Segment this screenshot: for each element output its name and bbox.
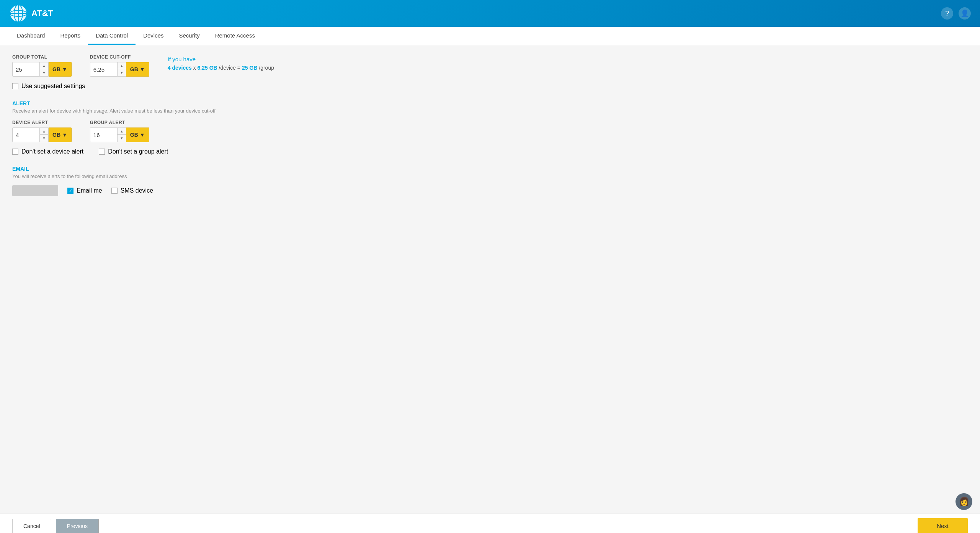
calc-info: If you have 4 devices x 6.25 GB /device … [168,54,274,71]
suggested-settings-row: Use suggested settings [12,83,968,90]
if-you-have-text: If you have [168,56,274,62]
device-cutoff-up[interactable]: ▲ [118,62,126,69]
group-total-input-row: ▲ ▼ GB ▼ [12,62,72,77]
group-alert-input[interactable] [90,128,117,142]
email-display [12,185,58,196]
header-logo: AT&T [9,4,53,23]
group-alert-input-wrap: ▲ ▼ [90,128,126,142]
help-button[interactable]: ? [941,7,953,20]
group-total-unit-chevron: ▼ [62,66,67,72]
app-header: AT&T ? 👤 [0,0,980,27]
device-cutoff-spinners: ▲ ▼ [117,62,126,76]
device-alert-unit-label: GB [52,132,60,138]
device-alert-down[interactable]: ▼ [40,135,48,142]
device-alert-label: DEVICE ALERT [12,120,72,125]
group-total-input[interactable] [13,62,39,76]
main-nav: Dashboard Reports Data Control Devices S… [0,27,980,45]
att-globe-icon [9,4,28,23]
main-content: GROUP TOTAL ▲ ▼ GB ▼ DEVICE CUT-OFF [0,45,980,513]
device-cutoff-label: DEVICE CUT-OFF [90,54,149,60]
device-cutoff-input[interactable] [90,62,117,76]
nav-devices[interactable]: Devices [136,27,171,45]
group-alert-unit-chevron: ▼ [140,132,145,138]
group-alert-up[interactable]: ▲ [118,128,126,135]
device-alert-field: DEVICE ALERT ▲ ▼ GB ▼ [12,120,72,142]
totals-row: GROUP TOTAL ▲ ▼ GB ▼ DEVICE CUT-OFF [12,54,968,77]
calc-label-group: /group [259,65,274,71]
dont-device-alert-wrap[interactable]: Don't set a device alert [12,148,83,155]
email-me-label: Email me [77,187,102,194]
nav-remote-access[interactable]: Remote Access [207,27,263,45]
alert-subtitle: Receive an alert for device with high us… [12,108,968,114]
dont-device-alert-label: Don't set a device alert [21,148,83,155]
alert-title: ALERT [12,100,968,106]
calc-total: 25 GB [242,65,257,71]
email-section: EMAIL You will receive alerts to the fol… [12,166,968,196]
use-suggested-label: Use suggested settings [21,83,85,90]
calc-per-device: 6.25 GB [198,65,217,71]
device-alert-up[interactable]: ▲ [40,128,48,135]
group-total-label: GROUP TOTAL [12,54,72,60]
att-wordmark: AT&T [31,8,53,18]
device-cutoff-down[interactable]: ▼ [118,69,126,76]
device-cutoff-field: DEVICE CUT-OFF ▲ ▼ GB ▼ [90,54,149,77]
device-alert-unit-chevron: ▼ [62,132,67,138]
user-button[interactable]: 👤 [959,7,971,20]
nav-data-control[interactable]: Data Control [88,27,136,45]
user-icon: 👤 [960,9,969,18]
email-me-checkbox[interactable] [67,188,74,194]
group-total-unit-dropdown[interactable]: GB ▼ [49,62,72,77]
nav-security[interactable]: Security [172,27,207,45]
group-alert-down[interactable]: ▼ [118,135,126,142]
group-total-input-wrap: ▲ ▼ [12,62,49,77]
use-suggested-checkbox[interactable] [12,83,18,89]
dont-group-alert-label: Don't set a group alert [108,148,168,155]
calc-devices: 4 devices [168,65,192,71]
device-cutoff-input-wrap: ▲ ▼ [90,62,126,77]
group-alert-field: GROUP ALERT ▲ ▼ GB ▼ [90,120,149,142]
sms-device-label: SMS device [121,187,153,194]
device-alert-input[interactable] [13,128,39,142]
calc-formula: 4 devices x 6.25 GB /device = 25 GB /gro… [168,65,274,71]
sms-device-checkbox[interactable] [111,188,118,194]
calc-label-per: /device = [219,65,242,71]
bottom-bar: Cancel Previous Next [0,513,980,533]
chat-widget[interactable]: 👩 [956,493,972,510]
device-alert-input-row: ▲ ▼ GB ▼ [12,128,72,142]
nav-dashboard[interactable]: Dashboard [9,27,52,45]
device-alert-input-wrap: ▲ ▼ [12,128,49,142]
email-title: EMAIL [12,166,968,172]
use-suggested-checkbox-wrap[interactable]: Use suggested settings [12,83,85,90]
group-total-spinners: ▲ ▼ [39,62,48,76]
email-subtitle: You will receive alerts to the following… [12,173,968,179]
calc-x: x [193,65,198,71]
next-button[interactable]: Next [918,518,968,533]
group-alert-unit-dropdown[interactable]: GB ▼ [126,128,149,142]
email-me-wrap[interactable]: Email me [67,187,102,194]
dont-device-alert-checkbox[interactable] [12,149,18,155]
group-alert-spinners: ▲ ▼ [117,128,126,142]
header-actions: ? 👤 [941,7,971,20]
cancel-button[interactable]: Cancel [12,519,51,533]
device-alert-unit-dropdown[interactable]: GB ▼ [49,128,72,142]
group-alert-label: GROUP ALERT [90,120,149,125]
help-icon: ? [945,10,949,18]
group-alert-input-row: ▲ ▼ GB ▼ [90,128,149,142]
device-cutoff-input-row: ▲ ▼ GB ▼ [90,62,149,77]
alert-section: ALERT Receive an alert for device with h… [12,100,968,155]
group-alert-unit-label: GB [130,132,138,138]
nav-reports[interactable]: Reports [52,27,88,45]
device-cutoff-unit-chevron: ▼ [140,66,145,72]
group-total-field: GROUP TOTAL ▲ ▼ GB ▼ [12,54,72,77]
group-total-unit-label: GB [52,66,60,72]
email-field-row: Email me SMS device [12,185,968,196]
dont-group-alert-wrap[interactable]: Don't set a group alert [99,148,168,155]
sms-device-wrap[interactable]: SMS device [111,187,153,194]
device-cutoff-unit-dropdown[interactable]: GB ▼ [126,62,149,77]
group-total-down[interactable]: ▼ [40,69,48,76]
device-cutoff-unit-label: GB [130,66,138,72]
chat-avatar: 👩 [959,497,969,507]
previous-button[interactable]: Previous [56,519,99,533]
group-total-up[interactable]: ▲ [40,62,48,69]
dont-group-alert-checkbox[interactable] [99,149,105,155]
